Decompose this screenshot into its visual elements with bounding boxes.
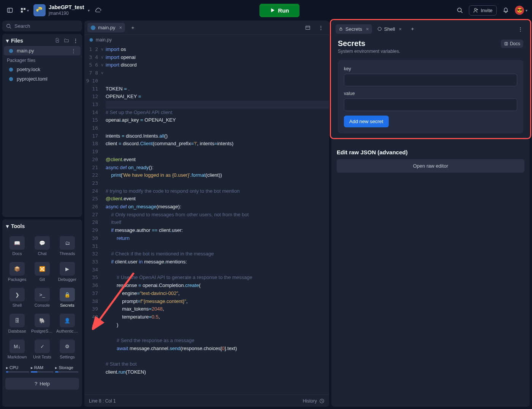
tab-secrets[interactable]: Secrets × [336, 24, 372, 34]
resource-storage[interactable]: ▸ Storage [55, 365, 78, 373]
user-menu[interactable]: 😎 ▾ [515, 6, 527, 15]
value-label: value [344, 91, 517, 96]
resource-ram[interactable]: ▸ RAM [31, 365, 54, 373]
new-folder-icon[interactable] [64, 38, 69, 44]
secret-value-input[interactable] [344, 98, 517, 111]
more-icon[interactable]: ⋮ [73, 38, 78, 44]
db-icon: 🗄 [10, 314, 25, 327]
svg-point-5 [38, 8, 39, 8]
new-tab-icon[interactable]: ＋ [127, 22, 138, 33]
tool-git[interactable]: 🔀Git [30, 260, 54, 284]
python-icon [89, 38, 93, 42]
svg-point-21 [90, 38, 93, 42]
close-icon[interactable]: × [366, 26, 369, 32]
code-editor[interactable]: 1 2 3 4 5 6 7 8 9 10 11 12 13 14 15 16 1… [84, 45, 329, 395]
search-icon[interactable] [454, 5, 465, 16]
bell-icon[interactable] [500, 5, 511, 16]
lock-icon: 🔒 [60, 288, 75, 301]
git-icon: 🔀 [35, 262, 50, 276]
python-icon [33, 4, 46, 16]
new-file-icon[interactable] [55, 38, 60, 44]
cube-icon: 📦 [10, 262, 25, 276]
more-icon[interactable]: ⋮ [515, 24, 526, 34]
more-icon[interactable]: ⋮ [71, 48, 76, 54]
file-item[interactable]: poetry.lock [4, 65, 81, 74]
secrets-panel: Secrets × Shell × ＋ ⋮ Secrets [331, 21, 530, 407]
close-icon[interactable]: × [119, 25, 122, 30]
sidebar-toggle-icon[interactable] [5, 5, 15, 16]
annotation-highlight: Secrets × Shell × ＋ ⋮ Secrets [330, 19, 531, 139]
chevron-down-icon: ▾ [6, 38, 9, 44]
auth-icon: 👤 [60, 314, 75, 327]
cloud-sync-icon[interactable] [93, 5, 104, 16]
editor-panel: main.py × ＋ ⋮ main.py 1 2 3 4 5 6 7 [84, 21, 329, 407]
svg-line-7 [461, 11, 462, 13]
tool-unit tests[interactable]: ✓Unit Tests [30, 337, 54, 361]
pg-icon: 🐘 [35, 314, 50, 327]
tool-postgresql[interactable]: 🐘PostgreSQL [30, 311, 54, 336]
svg-rect-0 [8, 8, 13, 13]
svg-point-8 [474, 8, 476, 10]
search-input[interactable]: Search [2, 21, 82, 32]
svg-point-11 [7, 24, 10, 27]
svg-rect-2 [21, 8, 23, 10]
shell-icon [377, 27, 382, 31]
tool-authentication[interactable]: 👤Authentication [55, 311, 79, 336]
grid-icon[interactable]: ▾ [19, 5, 30, 16]
play-icon: ▶ [60, 262, 75, 276]
tool-console[interactable]: >_Console [30, 285, 54, 310]
threads-icon: 🗂 [60, 236, 75, 250]
tool-database[interactable]: 🗄Database [5, 311, 29, 336]
shell-icon: ❯ [10, 288, 25, 301]
secrets-title: Secrets [338, 39, 365, 48]
files-header-toggle[interactable]: ▾ Files [6, 38, 23, 44]
history-button[interactable]: History [303, 398, 325, 404]
resource-cpu[interactable]: ▸ CPU [6, 365, 29, 373]
tool-threads[interactable]: 🗂Threads [55, 234, 79, 258]
project-owner: jman4190 [49, 11, 84, 16]
add-secret-button[interactable]: Add new secret [344, 116, 389, 127]
chevron-down-icon[interactable]: ▾ [88, 8, 90, 13]
chevron-down-icon: ▾ [6, 223, 9, 229]
tool-settings[interactable]: ⚙Settings [55, 337, 79, 361]
file-item[interactable]: main.py⋮ [4, 46, 81, 55]
tool-shell[interactable]: ❯Shell [5, 285, 29, 310]
packager-label: Packager files [2, 55, 82, 65]
cursor-position: Line 8 : Col 1 [89, 398, 116, 404]
file-item[interactable]: pyproject.toml [4, 74, 81, 84]
breadcrumb: main.py [84, 35, 329, 45]
help-icon: ? [35, 381, 37, 387]
more-icon[interactable]: ⋮ [315, 22, 326, 33]
svg-rect-3 [24, 8, 25, 10]
secret-key-input[interactable] [344, 74, 517, 86]
tab-main-py[interactable]: main.py × [87, 23, 125, 32]
tools-panel: ▾ Tools 📖Docs💬Chat🗂Threads📦Packages🔀Git▶… [2, 219, 82, 407]
md-icon: M↓ [10, 339, 25, 353]
open-raw-editor-button[interactable]: Open raw editor [337, 159, 524, 173]
tool-docs[interactable]: 📖Docs [5, 234, 29, 258]
invite-button[interactable]: Invite [469, 5, 497, 16]
topbar: ▾ JabeGPT_test jman4190 ▾ Run Invite [2, 2, 530, 18]
svg-rect-4 [21, 11, 23, 13]
docs-button[interactable]: Docs [501, 40, 523, 48]
tool-secrets[interactable]: 🔒Secrets [55, 285, 79, 310]
close-icon[interactable]: × [399, 26, 402, 32]
project-card[interactable]: JabeGPT_test jman4190 ▾ [33, 4, 90, 16]
book-icon: 📖 [10, 236, 25, 250]
tool-packages[interactable]: 📦Packages [5, 260, 29, 284]
tool-debugger[interactable]: ▶Debugger [55, 260, 79, 284]
tool-markdown[interactable]: M↓Markdown [5, 337, 29, 361]
svg-point-6 [458, 8, 461, 12]
files-panel: ▾ Files ⋮ main.py⋮ Packager files poetry… [2, 34, 82, 217]
tool-chat[interactable]: 💬Chat [30, 234, 54, 258]
svg-point-17 [9, 77, 13, 81]
console-icon: >_ [35, 288, 50, 301]
help-button[interactable]: ? Help [5, 378, 79, 390]
avatar: 😎 [515, 6, 524, 15]
svg-point-25 [378, 27, 381, 31]
tools-header-toggle[interactable]: ▾ Tools [6, 223, 25, 229]
new-tab-icon[interactable]: ＋ [407, 24, 418, 34]
layout-icon[interactable] [302, 22, 313, 33]
run-button[interactable]: Run [260, 4, 299, 17]
tab-shell[interactable]: Shell × [374, 24, 405, 34]
